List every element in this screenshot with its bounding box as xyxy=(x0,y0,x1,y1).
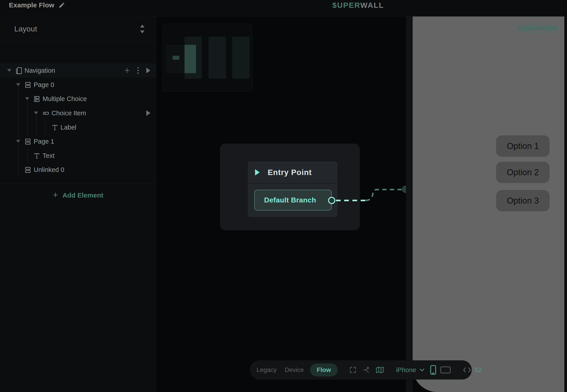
plus-icon[interactable] xyxy=(124,67,131,74)
flow-title: Example Flow xyxy=(9,1,55,9)
thumbnail-selected-block xyxy=(184,45,196,73)
page-icon xyxy=(24,81,32,89)
topbar: Example Flow $UPERWALL xyxy=(0,0,567,16)
chevron-down-icon xyxy=(419,368,425,372)
layout-sidebar: Layout Navigation xyxy=(0,16,156,392)
thumbnail-ghost-page xyxy=(166,45,184,73)
phone-portrait-icon[interactable] xyxy=(430,365,436,375)
edit-pencil-icon[interactable] xyxy=(58,2,65,8)
mode-flow-label: Flow xyxy=(317,366,331,374)
superwall-logo: $UPERWALL xyxy=(332,1,384,10)
preview-option-button[interactable]: Option 3 xyxy=(496,190,550,211)
map-icon[interactable] xyxy=(376,366,384,374)
split-icon[interactable] xyxy=(362,366,370,374)
tree-row-label: Choice Item xyxy=(52,110,86,117)
code-count: 52 xyxy=(475,366,482,374)
tree-row-label: Page 1 xyxy=(34,138,54,145)
tree-row-text[interactable]: Text xyxy=(0,149,156,163)
play-icon[interactable] xyxy=(145,67,151,74)
view-toolbar: Legacy Device Flow iPhone 52 xyxy=(250,360,472,379)
play-icon[interactable] xyxy=(145,110,151,116)
logo-accent-text: $UPER xyxy=(332,1,360,9)
text-icon xyxy=(33,152,41,160)
choice-item-icon xyxy=(42,109,50,117)
plus-icon: + xyxy=(53,190,58,199)
entry-play-icon xyxy=(254,169,260,176)
superwall-editor: Example Flow $UPERWALL Layout xyxy=(0,0,567,392)
tree-row-multiple-choice[interactable]: Multiple Choice xyxy=(0,92,156,106)
fullscreen-icon[interactable] xyxy=(349,366,357,374)
flow-title-group: Example Flow xyxy=(9,1,65,9)
layout-tree: Navigation Page 0 xyxy=(0,47,156,183)
thumbnail-page-column xyxy=(232,37,250,79)
tree-row-unlinked-0[interactable]: Unlinked 0 xyxy=(0,163,156,177)
sort-icon[interactable] xyxy=(137,22,148,36)
code-view-button[interactable]: 52 xyxy=(463,366,482,374)
preview-option-button[interactable]: Option 1 xyxy=(496,135,550,157)
caret-down-icon[interactable] xyxy=(7,69,11,72)
tree-row-label: Multiple Choice xyxy=(43,95,87,103)
tree-row-label: Text xyxy=(43,152,55,159)
thumbnail-page-column xyxy=(209,37,226,79)
device-name: iPhone xyxy=(396,366,416,374)
kebab-icon[interactable] xyxy=(137,67,140,74)
phone-landscape-icon[interactable] xyxy=(440,366,451,374)
tree-row-label: Page 0 xyxy=(34,81,54,88)
right-edge-strip xyxy=(564,0,567,392)
tree-row-label: Unlinked 0 xyxy=(34,166,64,173)
mode-device-button[interactable]: Device xyxy=(285,366,304,374)
tree-row-label: Navigation xyxy=(25,67,55,74)
layout-panel-title: Layout xyxy=(14,25,37,33)
connector-port xyxy=(328,197,335,204)
caret-down-icon[interactable] xyxy=(16,83,20,86)
add-element-label: Add Element xyxy=(62,192,103,199)
tree-row-navigation[interactable]: Navigation xyxy=(0,63,156,78)
navigation-icon xyxy=(15,67,23,75)
page-icon xyxy=(24,138,32,146)
sidebar-divider xyxy=(0,183,156,183)
tree-row-page-1[interactable]: Page 1 xyxy=(0,134,156,149)
layout-panel-header: Layout xyxy=(0,16,156,42)
logo-rest-text: WALL xyxy=(360,1,384,9)
entry-point-title: Entry Point xyxy=(268,168,312,177)
multiple-choice-icon xyxy=(33,95,41,103)
default-branch-label: Default Branch xyxy=(264,196,316,204)
tree-row-label-item[interactable]: Label xyxy=(0,120,156,134)
mode-legacy-button[interactable]: Legacy xyxy=(256,366,277,374)
device-preview-panel: Experimental Option 1 Option 2 Option 3 xyxy=(413,16,564,392)
mode-flow-button[interactable]: Flow xyxy=(310,364,338,376)
pages-thumbnail-card[interactable] xyxy=(163,24,252,91)
caret-down-icon[interactable] xyxy=(25,97,29,100)
tree-row-label: Label xyxy=(60,124,76,131)
page-icon xyxy=(24,166,32,174)
preview-option-button[interactable]: Option 2 xyxy=(496,162,550,183)
add-element-button[interactable]: + Add Element xyxy=(0,187,156,204)
text-icon xyxy=(51,124,59,132)
code-icon xyxy=(463,367,471,373)
flow-canvas[interactable]: Entry Point Default Branch xyxy=(156,16,406,392)
caret-down-icon[interactable] xyxy=(34,112,38,114)
tree-row-page-0[interactable]: Page 0 xyxy=(0,78,156,92)
thumbnail-dash xyxy=(173,56,179,60)
tree-row-choice-item[interactable]: Choice Item xyxy=(0,106,156,120)
branch-connector-edge[interactable] xyxy=(312,174,406,214)
canvas-preview-gutter xyxy=(406,16,413,392)
experimental-badge: Experimental xyxy=(517,23,558,33)
caret-down-icon[interactable] xyxy=(16,140,20,143)
device-selector[interactable]: iPhone xyxy=(396,366,425,374)
